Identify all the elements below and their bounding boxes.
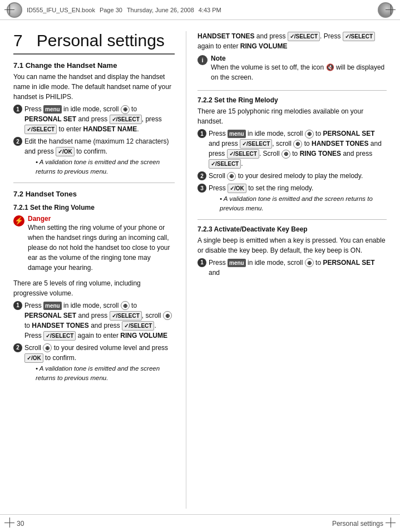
step-7-2-2-3: 3 Press ✓/OK to set the ring melody. A v… <box>197 183 387 214</box>
key-scroll-icon: ⊕ <box>121 105 130 114</box>
step-7-2-1-1-text: Press menu in idle mode, scroll ⊕ to PER… <box>24 301 175 341</box>
step-7-2-2-1: 1 Press menu in idle mode, scroll ⊕ to P… <box>197 129 387 169</box>
chapter-number: 7 <box>13 31 23 50</box>
key-select-icon2: ✓/SELECT <box>24 125 57 134</box>
section-7-2-2-intro: There are 15 polyphonic ring melodies av… <box>197 106 387 126</box>
ring-volume-cont-text: HANDSET TONES and press ✓/SELECT. Press … <box>197 31 387 51</box>
key-select-icon4: ✓/SELECT <box>43 331 76 341</box>
left-column: 7 Personal settings 7.1 Change the Hands… <box>13 31 186 509</box>
key-select-icon: ✓/SELECT <box>110 115 142 124</box>
section-7-2-2-heading: 7.2.2 Set the Ring Melody <box>197 96 387 104</box>
step-num-2: 2 <box>13 137 22 146</box>
divider-2 <box>197 90 387 91</box>
note-content: Note When the volume is set to off, the … <box>211 55 387 85</box>
top-bar: ID555_IFU_US_EN.book Page 30 Thursday, J… <box>0 0 400 20</box>
page-ref: Page 30 <box>100 7 122 13</box>
step-7-2-3-1: 1 Press menu in idle mode, scroll ⊕ to P… <box>197 258 387 278</box>
danger-text: When setting the ring volume of your pho… <box>28 223 175 273</box>
section-7-2-1-intro2: There are 5 levels of ring volume, inclu… <box>13 278 175 298</box>
step-7-2-2-1-text: Press menu in idle mode, scroll ⊕ to PER… <box>209 129 387 169</box>
top-bar-left: ID555_IFU_US_EN.book Page 30 Thursday, J… <box>7 2 221 18</box>
section-7-2-3-intro: A single beep is emitted when a key is p… <box>197 235 387 255</box>
key-select-icon8: ✓/SELECT <box>227 149 259 159</box>
crop-mark-tl <box>4 4 14 14</box>
section-7-2-2: 7.2.2 Set the Ring Melody There are 15 p… <box>197 96 387 214</box>
key-ok-icon: ✓/OK <box>56 147 75 156</box>
step-7-2-1-2: 2 Scroll ⊕ to your desired volume level … <box>13 343 175 383</box>
key-select-icon5: ✓/SELECT <box>288 32 320 41</box>
step-7-1-1-text: Press menu in idle mode, scroll ⊕ to PER… <box>24 104 175 134</box>
key-scroll-icon8: ⊕ <box>305 258 314 267</box>
step-7-2-1-1: 1 Press menu in idle mode, scroll ⊕ to P… <box>13 301 175 341</box>
step-7-2-2-3-note: A validation tone is emitted and the scr… <box>220 194 387 214</box>
divider-1 <box>13 183 175 183</box>
note-icon: i <box>197 55 208 65</box>
key-select-icon6: ✓/SELECT <box>343 32 375 41</box>
step-num-1: 1 <box>13 301 22 310</box>
ring-volume-cont: HANDSET TONES and press ✓/SELECT. Press … <box>197 31 387 51</box>
key-select-icon7: ✓/SELECT <box>240 139 272 149</box>
danger-title: Danger <box>28 215 175 223</box>
note-title: Note <box>211 55 387 62</box>
chapter-title: Personal settings <box>37 31 165 50</box>
step-7-1-2: 2 Edit the handset name (maximum 12 char… <box>13 136 175 177</box>
section-7-2-3-steps: 1 Press menu in idle mode, scroll ⊕ to P… <box>197 258 387 278</box>
key-scroll-icon7: ⊕ <box>227 172 236 181</box>
step-num-1: 1 <box>197 129 206 138</box>
step-7-2-1-2-note: A validation tone is emitted and the scr… <box>36 364 175 383</box>
section-7-2-heading: 7.2 Handset Tones <box>13 190 175 198</box>
step-7-2-1-2-text: Scroll ⊕ to your desired volume level an… <box>24 343 175 383</box>
chapter-heading: 7 Personal settings <box>13 31 175 55</box>
danger-box: ⚡ Danger When setting the ring volume of… <box>13 215 175 275</box>
section-7-2: 7.2 Handset Tones <box>13 190 175 198</box>
section-7-2-3: 7.2.3 Activate/Deactivate Key Beep A sin… <box>197 225 387 278</box>
section-7-1-intro: You can name the handset and display the… <box>13 72 175 102</box>
section-7-2-1-steps: 1 Press menu in idle mode, scroll ⊕ to P… <box>13 301 175 383</box>
step-7-2-3-1-text: Press menu in idle mode, scroll ⊕ to PER… <box>209 258 387 278</box>
step-num-3: 3 <box>197 184 206 193</box>
key-scroll-icon6: ⊕ <box>282 150 290 159</box>
key-scroll-icon3: ⊕ <box>43 343 52 352</box>
key-select-icon9: ✓/SELECT <box>209 159 241 169</box>
key-select-icon3: ✓/SELECT <box>122 321 154 331</box>
key-ok-icon2: ✓/OK <box>24 353 43 363</box>
note-text: When the volume is set to off, the icon … <box>211 62 387 82</box>
crop-mark-tr <box>386 4 396 14</box>
book-ref: ID555_IFU_US_EN.book <box>27 7 95 13</box>
key-scroll-icon: ⊕ <box>121 301 130 310</box>
main-content: 7 Personal settings 7.1 Change the Hands… <box>0 20 400 514</box>
key-menu-icon: menu <box>43 302 62 310</box>
step-num-2: 2 <box>197 171 206 180</box>
step-num-1: 1 <box>197 258 206 267</box>
section-7-1: 7.1 Change the Handset Name You can name… <box>13 61 175 177</box>
danger-icon: ⚡ <box>13 215 24 226</box>
section-7-1-heading: 7.1 Change the Handset Name <box>13 61 175 70</box>
key-menu-icon3: menu <box>228 259 246 267</box>
footer-section-title: Personal settings <box>332 520 383 528</box>
step-7-2-2-3-text: Press ✓/OK to set the ring melody. A val… <box>209 183 387 214</box>
note-box: i Note When the volume is set to off, th… <box>197 55 387 85</box>
step-7-2-2-2: 2 Scroll ⊕ to your desired melody to pla… <box>197 171 387 181</box>
right-column: HANDSET TONES and press ✓/SELECT. Press … <box>186 31 387 509</box>
section-7-1-steps: 1 Press menu in idle mode, scroll ⊕ to P… <box>13 104 175 177</box>
key-ok-icon3: ✓/OK <box>228 184 246 193</box>
section-7-2-3-heading: 7.2.3 Activate/Deactivate Key Beep <box>197 225 387 233</box>
step-num-1: 1 <box>13 105 22 114</box>
section-7-2-1: 7.2.1 Set the Ring Volume ⚡ Danger When … <box>13 204 175 383</box>
key-scroll-icon2: ⊕ <box>163 311 172 320</box>
step-7-1-2-note: A validation tone is emitted and the scr… <box>36 157 175 177</box>
key-scroll-icon5: ⊕ <box>293 140 302 149</box>
time-ref: 4:43 PM <box>199 7 221 13</box>
section-7-2-2-steps: 1 Press menu in idle mode, scroll ⊕ to P… <box>197 129 387 214</box>
key-menu-icon2: menu <box>228 130 246 138</box>
footer-page-number: 30 <box>17 520 24 528</box>
section-7-2-1-heading: 7.2.1 Set the Ring Volume <box>13 204 175 211</box>
danger-content: Danger When setting the ring volume of y… <box>28 215 175 275</box>
date-ref: Thursday, June 26, 2008 <box>127 7 194 13</box>
step-7-2-2-2-text: Scroll ⊕ to your desired melody to play … <box>209 171 387 181</box>
step-7-1-1: 1 Press menu in idle mode, scroll ⊕ to P… <box>13 104 175 134</box>
footer: 30 Personal settings <box>0 514 400 532</box>
divider-3 <box>197 219 387 220</box>
key-menu-icon: menu <box>43 105 62 114</box>
step-num-2: 2 <box>13 343 22 352</box>
